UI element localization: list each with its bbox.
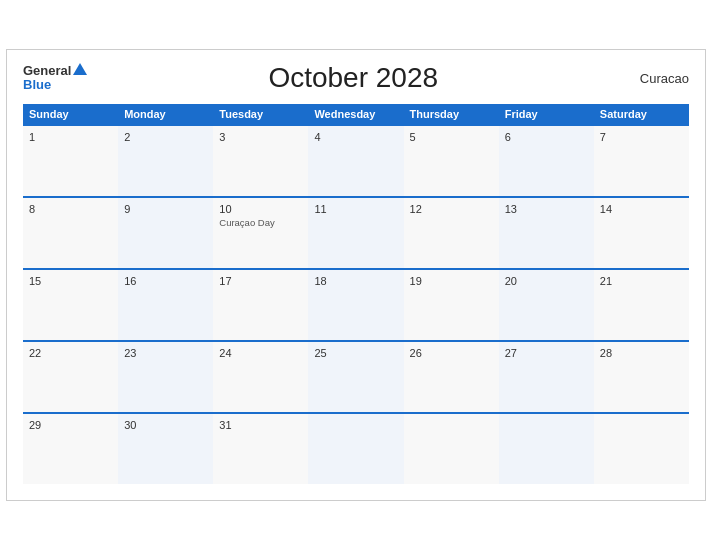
header-saturday: Saturday xyxy=(594,104,689,124)
day-cell-1-2: 10Curaçao Day xyxy=(213,198,308,268)
day-cell-0-5: 6 xyxy=(499,126,594,196)
header-wednesday: Wednesday xyxy=(308,104,403,124)
logo: General Blue xyxy=(23,64,87,93)
day-cell-4-6 xyxy=(594,414,689,484)
day-number: 20 xyxy=(505,275,588,287)
day-cell-2-5: 20 xyxy=(499,270,594,340)
day-number: 15 xyxy=(29,275,112,287)
day-cell-2-3: 18 xyxy=(308,270,403,340)
day-cell-0-3: 4 xyxy=(308,126,403,196)
day-cell-1-0: 8 xyxy=(23,198,118,268)
day-cell-4-2: 31 xyxy=(213,414,308,484)
header-sunday: Sunday xyxy=(23,104,118,124)
day-cell-0-6: 7 xyxy=(594,126,689,196)
day-number: 8 xyxy=(29,203,112,215)
calendar-header: General Blue October 2028 Curacao xyxy=(23,62,689,94)
week-row-4: 22232425262728 xyxy=(23,340,689,412)
country-name: Curacao xyxy=(619,71,689,86)
week-row-2: 8910Curaçao Day11121314 xyxy=(23,196,689,268)
day-cell-2-6: 21 xyxy=(594,270,689,340)
day-cell-4-4 xyxy=(404,414,499,484)
day-number: 24 xyxy=(219,347,302,359)
day-cell-3-1: 23 xyxy=(118,342,213,412)
day-cell-3-2: 24 xyxy=(213,342,308,412)
day-cell-2-4: 19 xyxy=(404,270,499,340)
day-number: 16 xyxy=(124,275,207,287)
day-number: 26 xyxy=(410,347,493,359)
day-number: 19 xyxy=(410,275,493,287)
day-number: 31 xyxy=(219,419,302,431)
day-number: 25 xyxy=(314,347,397,359)
calendar-title: October 2028 xyxy=(87,62,619,94)
day-cell-4-1: 30 xyxy=(118,414,213,484)
day-cell-3-0: 22 xyxy=(23,342,118,412)
day-cell-3-4: 26 xyxy=(404,342,499,412)
day-cell-1-1: 9 xyxy=(118,198,213,268)
day-number: 5 xyxy=(410,131,493,143)
day-number: 4 xyxy=(314,131,397,143)
day-number: 13 xyxy=(505,203,588,215)
day-number: 14 xyxy=(600,203,683,215)
day-number: 22 xyxy=(29,347,112,359)
day-number: 17 xyxy=(219,275,302,287)
day-number: 27 xyxy=(505,347,588,359)
calendar-grid: 12345678910Curaçao Day111213141516171819… xyxy=(23,124,689,484)
day-number: 6 xyxy=(505,131,588,143)
header-tuesday: Tuesday xyxy=(213,104,308,124)
days-header: Sunday Monday Tuesday Wednesday Thursday… xyxy=(23,104,689,124)
logo-blue-text: Blue xyxy=(23,78,51,92)
event-label: Curaçao Day xyxy=(219,217,302,228)
day-cell-3-3: 25 xyxy=(308,342,403,412)
day-cell-4-5 xyxy=(499,414,594,484)
header-thursday: Thursday xyxy=(404,104,499,124)
day-number: 2 xyxy=(124,131,207,143)
day-cell-0-1: 2 xyxy=(118,126,213,196)
day-cell-0-2: 3 xyxy=(213,126,308,196)
header-friday: Friday xyxy=(499,104,594,124)
week-row-1: 1234567 xyxy=(23,124,689,196)
logo-general-text: General xyxy=(23,64,71,78)
day-cell-0-4: 5 xyxy=(404,126,499,196)
day-number: 11 xyxy=(314,203,397,215)
day-cell-1-5: 13 xyxy=(499,198,594,268)
day-cell-1-4: 12 xyxy=(404,198,499,268)
day-cell-2-1: 16 xyxy=(118,270,213,340)
week-row-5: 293031 xyxy=(23,412,689,484)
day-number: 29 xyxy=(29,419,112,431)
calendar-container: General Blue October 2028 Curacao Sunday… xyxy=(6,49,706,501)
day-number: 3 xyxy=(219,131,302,143)
day-cell-0-0: 1 xyxy=(23,126,118,196)
day-number: 1 xyxy=(29,131,112,143)
day-number: 21 xyxy=(600,275,683,287)
day-number: 18 xyxy=(314,275,397,287)
day-number: 28 xyxy=(600,347,683,359)
week-row-3: 15161718192021 xyxy=(23,268,689,340)
header-monday: Monday xyxy=(118,104,213,124)
day-cell-2-0: 15 xyxy=(23,270,118,340)
day-number: 30 xyxy=(124,419,207,431)
day-cell-4-0: 29 xyxy=(23,414,118,484)
day-number: 9 xyxy=(124,203,207,215)
day-number: 12 xyxy=(410,203,493,215)
day-cell-3-5: 27 xyxy=(499,342,594,412)
day-cell-2-2: 17 xyxy=(213,270,308,340)
day-cell-3-6: 28 xyxy=(594,342,689,412)
day-number: 7 xyxy=(600,131,683,143)
day-cell-1-6: 14 xyxy=(594,198,689,268)
day-cell-1-3: 11 xyxy=(308,198,403,268)
day-number: 23 xyxy=(124,347,207,359)
logo-triangle-icon xyxy=(73,63,87,75)
day-cell-4-3 xyxy=(308,414,403,484)
day-number: 10 xyxy=(219,203,302,215)
